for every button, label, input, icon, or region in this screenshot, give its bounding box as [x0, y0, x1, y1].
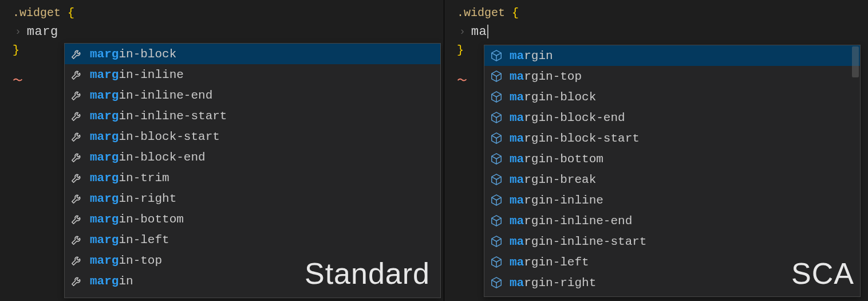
- cube-icon: [490, 132, 503, 144]
- suggestion-label: margin-inline-start: [510, 235, 646, 248]
- suggestion-item[interactable]: margin-block: [484, 87, 860, 107]
- cube-icon: [490, 173, 503, 186]
- suggestion-label: margin-inline-start: [90, 110, 227, 123]
- suggestion-label: margin-inline: [90, 68, 184, 81]
- wrench-icon: [70, 192, 83, 205]
- suggestion-item[interactable]: margin-inline-end: [65, 85, 440, 105]
- close-brace: }: [457, 44, 464, 57]
- suggestion-label: margin-block-start: [510, 132, 640, 145]
- suggestion-item[interactable]: margin-inline-end: [484, 210, 860, 231]
- wrench-icon: [70, 48, 83, 60]
- watermark-label-left: Standard: [305, 256, 430, 291]
- suggestion-item[interactable]: margin-inline-start: [484, 231, 860, 252]
- suggestion-label: margin-top: [510, 70, 582, 83]
- scrollbar-thumb[interactable]: [852, 46, 859, 77]
- typed-input-row[interactable]: › marg: [0, 22, 444, 41]
- suggestion-item[interactable]: margin-inline: [484, 190, 860, 210]
- suggestion-label: margin-block-end: [510, 111, 625, 124]
- wrench-icon: [70, 89, 83, 101]
- suggestion-label: margin-trim: [90, 171, 169, 185]
- pane-standard: .widget { › marg } 〜 margin-blockmargin-…: [0, 0, 444, 301]
- wrench-icon: [70, 130, 83, 143]
- chevron-right-icon: ›: [15, 26, 21, 37]
- cube-icon: [490, 256, 503, 268]
- suggestion-item[interactable]: margin-inline: [65, 64, 440, 85]
- suggestion-item[interactable]: margin-block-end: [484, 107, 860, 128]
- open-brace: {: [61, 6, 74, 19]
- suggestion-label: margin-right: [510, 276, 596, 290]
- suggestion-label: margin-block-end: [90, 151, 206, 164]
- suggestion-item[interactable]: margin-break: [484, 169, 860, 190]
- text-cursor: [487, 25, 488, 38]
- suggestion-label: margin: [510, 49, 553, 62]
- suggestion-label: margin-right: [90, 192, 176, 205]
- cube-icon: [490, 70, 503, 83]
- wrench-icon: [70, 275, 83, 287]
- suggestion-label: margin-top: [90, 254, 162, 267]
- suggestion-label: margin-inline: [510, 194, 603, 207]
- watermark-label-right: SCA: [791, 256, 854, 291]
- suggestion-label: margin-bottom: [90, 213, 184, 226]
- cube-icon: [490, 153, 503, 165]
- cube-icon: [490, 91, 503, 103]
- suggestion-item[interactable]: margin-bottom: [65, 209, 440, 229]
- wrench-icon: [70, 213, 83, 225]
- cube-icon: [490, 194, 503, 206]
- error-squiggle-icon: 〜: [457, 73, 467, 87]
- wrench-icon: [70, 254, 83, 267]
- pane-sca: .widget { › ma } 〜 marginmargin-topmargi…: [444, 0, 868, 301]
- cube-icon: [490, 214, 503, 227]
- error-squiggle-icon: 〜: [13, 73, 23, 87]
- css-selector: .widget: [13, 6, 61, 19]
- suggestion-item[interactable]: margin-left: [65, 229, 440, 250]
- suggestion-item[interactable]: margin: [484, 45, 860, 66]
- code-line-1: .widget {: [0, 3, 444, 22]
- close-brace: }: [13, 44, 19, 57]
- suggestion-label: margin-left: [90, 233, 169, 247]
- suggestion-item[interactable]: margin-bottom: [484, 148, 860, 169]
- chevron-right-icon: ›: [459, 26, 465, 37]
- suggestion-label: margin-left: [510, 256, 589, 269]
- suggestion-label: margin-break: [510, 173, 596, 186]
- cube-icon: [490, 111, 503, 124]
- wrench-icon: [70, 151, 83, 163]
- suggestion-label: margin-block-start: [90, 130, 220, 143]
- suggestion-item[interactable]: margin-block: [65, 44, 440, 64]
- open-brace: {: [505, 6, 519, 19]
- suggestion-item[interactable]: margin-right: [65, 188, 440, 209]
- suggestion-label: margin-inline-end: [510, 214, 632, 228]
- suggestion-item[interactable]: margin-block-start: [484, 128, 860, 148]
- typed-input-row[interactable]: › ma: [444, 22, 868, 41]
- suggestion-label: margin-block: [90, 48, 176, 61]
- wrench-icon: [70, 171, 83, 184]
- suggestion-label: margin-inline-end: [90, 89, 212, 102]
- wrench-icon: [70, 68, 83, 81]
- suggestion-label: margin-bottom: [510, 153, 603, 166]
- suggestion-item[interactable]: margin-trim: [65, 167, 440, 188]
- suggestion-item[interactable]: margin-block-start: [65, 126, 440, 147]
- wrench-icon: [70, 110, 83, 122]
- cube-icon: [490, 235, 503, 248]
- cube-icon: [490, 276, 503, 289]
- suggestion-item[interactable]: margin-block-end: [65, 147, 440, 167]
- cube-icon: [490, 49, 503, 62]
- suggestion-item[interactable]: margin-top: [484, 66, 860, 87]
- code-line-1: .widget {: [444, 3, 868, 22]
- wrench-icon: [70, 233, 83, 246]
- suggestion-label: margin-block: [510, 91, 596, 104]
- typed-text: marg: [27, 25, 58, 39]
- typed-text: ma: [471, 25, 487, 39]
- css-selector: .widget: [457, 6, 505, 19]
- suggestion-label: margin: [90, 275, 133, 288]
- suggestion-item[interactable]: margin-inline-start: [65, 105, 440, 126]
